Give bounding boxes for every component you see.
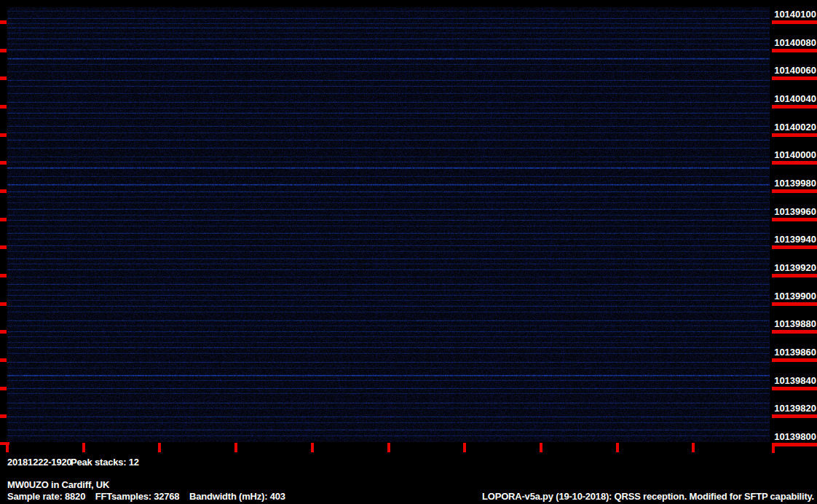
time-tick [540,443,542,452]
left-tick [0,274,7,277]
frequency-axis: 1014010010140080101400601014004010140020… [772,0,817,504]
freq-tick-bar [772,387,817,390]
axis-corner-bottom-right-v [772,445,775,453]
freq-tick-bar [772,189,817,193]
freq-tick-label: 10140100 [774,9,816,20]
time-tick [82,443,85,452]
freq-tick-label: 10140000 [774,149,816,160]
freq-tick-bar [772,274,817,277]
freq-tick-label: 10139880 [774,318,816,329]
left-tick [0,20,7,24]
freq-tick-bar [772,414,817,418]
freq-tick-bar [772,76,817,80]
software-version-label: LOPORA-v5a.py (19-10-2018): QRSS recepti… [482,491,814,502]
time-tick [234,443,237,452]
freq-tick-label: 10139840 [774,375,816,386]
freq-tick-bar [772,218,817,221]
left-tick [0,105,7,109]
freq-tick-bar [772,358,817,362]
left-tick [0,414,7,418]
left-tick [0,161,7,165]
time-tick [158,443,161,452]
freq-tick-label: 10139980 [774,178,816,189]
freq-tick-bar [772,105,817,109]
freq-tick-bar [772,330,817,334]
freq-tick-label: 10139860 [774,347,816,358]
freq-tick-label: 10140060 [774,65,816,76]
left-tick [0,189,7,193]
left-tick [0,76,7,80]
left-tick [0,330,7,334]
freq-tick-bar [772,161,817,165]
freq-tick-bar [772,302,817,306]
left-tick [0,387,7,390]
left-tick [0,133,7,137]
time-tick [616,443,619,452]
station-label: MW0UZO in Cardiff, UK [7,479,109,490]
freq-tick-bar [772,49,817,52]
time-tick [387,443,390,452]
left-tick [0,49,7,52]
left-tick [0,358,7,362]
left-tick [0,218,7,221]
peak-stacks-label: Peak stacks: 12 [71,457,139,468]
left-tick [0,245,7,249]
time-tick [311,443,314,452]
freq-tick-label: 10140020 [774,122,816,133]
capture-params: Sample rate: 8820 FFTsamples: 32768 Band… [7,491,285,502]
qrss-grabber-screen: 1014010010140080101400601014004010140020… [0,0,817,504]
time-tick [463,443,466,452]
freq-tick-label: 10139820 [774,403,816,414]
freq-tick-label: 10139960 [774,206,816,217]
freq-tick-label: 10140040 [774,93,816,104]
freq-tick-bar [772,245,817,249]
freq-tick-label: 10139800 [774,431,816,442]
freq-tick-bar [772,20,817,24]
freq-tick-label: 10139900 [774,291,816,302]
freq-tick-bar [772,443,817,446]
freq-tick-bar [772,133,817,137]
capture-timestamp: 20181222-1920 [7,457,72,468]
freq-tick-label: 10140080 [774,37,816,48]
left-tick [0,302,7,306]
freq-tick-label: 10139920 [774,262,816,273]
axis-corner-bottom-left-v [6,442,9,452]
freq-tick-label: 10139940 [774,234,816,245]
spectrogram-canvas [7,7,770,442]
time-tick [692,443,695,452]
